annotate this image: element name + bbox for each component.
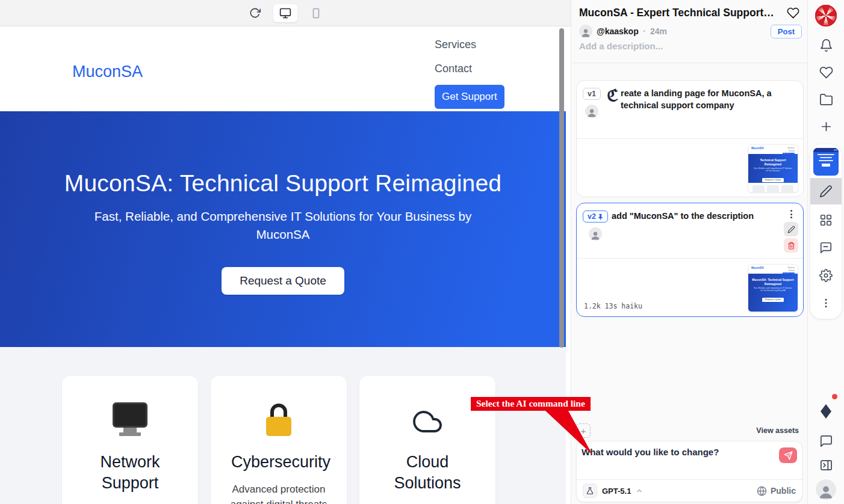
service-title: Cloud Solutions <box>359 452 495 494</box>
version-badge-pinned: v2 <box>583 211 608 223</box>
more-options-icon[interactable] <box>787 208 796 220</box>
pin-icon <box>598 214 603 220</box>
timestamp: 24m <box>650 26 667 36</box>
preview-scrollbar[interactable] <box>559 28 564 348</box>
refresh-icon[interactable] <box>244 4 265 22</box>
diamond-icon[interactable] <box>808 403 844 420</box>
page-thumbnail[interactable] <box>813 148 839 176</box>
view-assets-link[interactable]: View assets <box>756 426 799 435</box>
settings-icon[interactable] <box>810 262 842 289</box>
edit-icon[interactable] <box>784 222 798 236</box>
pencil-icon[interactable] <box>810 178 842 204</box>
nav-link-services[interactable]: Services <box>435 37 476 53</box>
plus-icon[interactable] <box>808 120 844 134</box>
grid-icon[interactable] <box>810 207 842 233</box>
right-toolbar <box>808 0 844 504</box>
version-card-v1[interactable]: v1 ℭreate a landing page for MuconSA, a … <box>576 80 804 197</box>
hero-section: MuconSA: Technical Support Reimagined Fa… <box>0 111 566 347</box>
ai-command-input[interactable] <box>582 447 773 477</box>
annotation-arrow <box>512 411 602 458</box>
tool-pill <box>810 144 842 319</box>
site-nav: MuconSA Services Contact Get Support <box>0 26 566 111</box>
site-brand[interactable]: MuconSA <box>72 63 143 81</box>
composer: + View assets GPT-5.1 Public <box>571 421 807 504</box>
lock-icon <box>211 399 347 436</box>
more-icon[interactable] <box>810 290 842 316</box>
bell-icon[interactable] <box>808 38 844 52</box>
hero-subtitle: Fast, Reliable, and Comprehensive IT Sol… <box>90 207 476 243</box>
model-selector[interactable]: GPT-5.1 <box>602 487 631 496</box>
service-card-cybersecurity: Cybersecurity Advanced protection agains… <box>211 376 347 504</box>
description-placeholder[interactable]: Add a description... <box>579 41 663 51</box>
post-button[interactable]: Post <box>771 25 802 38</box>
user-avatar[interactable] <box>808 479 844 500</box>
project-title: MuconSA - Expert Technical Support… <box>579 7 778 19</box>
service-card-network: Network Support Comprehensive <box>62 376 198 504</box>
app-logo[interactable] <box>808 5 844 26</box>
service-title: Network Support <box>62 452 198 494</box>
ai-command-input-card: GPT-5.1 Public <box>576 441 802 502</box>
get-support-button[interactable]: Get Support <box>435 85 504 109</box>
nav-link-contact[interactable]: Contact <box>435 61 472 77</box>
chat-panel: MuconSA - Expert Technical Support… @kaa… <box>571 0 808 504</box>
author-handle[interactable]: @kaaskop <box>597 26 639 36</box>
generation-stats: 1.2k 13s haiku <box>584 302 642 310</box>
chevron-up-icon[interactable] <box>636 487 643 494</box>
notification-dot <box>832 394 837 399</box>
send-icon[interactable] <box>779 447 797 463</box>
hero-title: MuconSA: Technical Support Reimagined <box>64 170 501 197</box>
site-preview: MuconSA Services Contact Get Support Muc… <box>0 26 566 504</box>
service-desc: Advanced protection against digital thre… <box>211 482 347 504</box>
heart-icon[interactable] <box>787 7 799 19</box>
prompt-text: add "MuconSA" to the description <box>612 211 777 223</box>
dropcap: ℭ <box>607 89 618 102</box>
visibility-selector[interactable]: Public <box>757 486 796 496</box>
folder-icon[interactable] <box>808 93 844 106</box>
globe-icon <box>757 486 767 496</box>
avatar <box>579 25 592 38</box>
version-thumbnail[interactable]: MuconSA ServicesContactGet Support Mucon… <box>748 264 798 312</box>
monitor-icon <box>62 399 198 436</box>
service-title: Cybersecurity <box>211 452 347 473</box>
version-badge: v1 <box>583 88 601 100</box>
annotation-label: Select the AI command line <box>471 397 591 411</box>
version-thumbnail[interactable]: MuconSA ServicesContactGet Support Techn… <box>748 144 798 192</box>
delete-icon[interactable] <box>784 238 798 253</box>
chat-bubble-icon[interactable] <box>808 434 844 448</box>
desktop-icon[interactable] <box>273 4 297 22</box>
avatar <box>589 227 602 241</box>
comment-icon[interactable] <box>810 235 842 261</box>
version-card-v2[interactable]: v2 add "MuconSA" to the description 1.2k <box>576 203 804 317</box>
request-quote-button[interactable]: Request a Quote <box>222 267 344 295</box>
heart-icon[interactable] <box>808 66 844 79</box>
avatar <box>585 105 598 118</box>
services-section: Network Support Comprehensive Cybersecur… <box>0 347 566 504</box>
preview-toolbar <box>0 0 571 26</box>
flask-icon[interactable] <box>583 484 597 498</box>
service-card-cloud: Cloud Solutions Seamless cloud <box>359 376 495 504</box>
prompt-text: ℭreate a landing page for MuconSA, a tec… <box>607 88 777 111</box>
divider <box>571 63 807 63</box>
mobile-icon[interactable] <box>306 4 326 22</box>
panel-toggle-icon[interactable] <box>808 458 844 472</box>
